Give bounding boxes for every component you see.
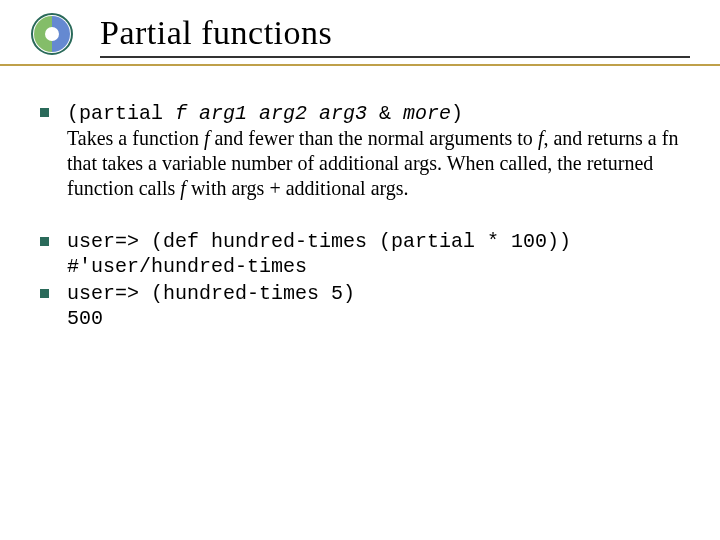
slide-body: (partial f arg1 arg2 arg3 & more) Takes …	[40, 100, 684, 359]
bullet-item-example-def: user=> (def hundred-times (partial * 100…	[40, 229, 684, 279]
bullet-item-signature: (partial f arg1 arg2 arg3 & more) Takes …	[40, 100, 684, 201]
code-line: 500	[67, 307, 103, 330]
title-underline	[100, 56, 690, 58]
desc-a: Takes a function	[67, 127, 204, 149]
sig-args: f arg1 arg2 arg3	[175, 102, 379, 125]
code-line: user=> (def hundred-times (partial * 100…	[67, 230, 571, 253]
desc-b: and fewer than the normal arguments to	[209, 127, 537, 149]
svg-point-1	[45, 27, 59, 41]
square-bullet-icon	[40, 289, 49, 298]
accent-rule	[0, 64, 720, 66]
sig-close: )	[451, 102, 463, 125]
accent-rule-wrap	[0, 64, 720, 66]
code-line: user=> (hundred-times 5)	[67, 282, 355, 305]
sig-more: more	[403, 102, 451, 125]
title-area: Partial functions	[100, 14, 690, 58]
bullet-text: user=> (def hundred-times (partial * 100…	[67, 229, 684, 279]
desc-d: with args + additional args.	[186, 177, 409, 199]
sig-amp: &	[379, 102, 403, 125]
sig-open: (partial	[67, 102, 175, 125]
square-bullet-icon	[40, 108, 49, 117]
slide: Partial functions (partial f arg1 arg2 a…	[0, 0, 720, 540]
clojure-logo-icon	[30, 12, 74, 56]
code-line: #'user/hundred-times	[67, 255, 307, 278]
bullet-text: user=> (hundred-times 5) 500	[67, 281, 684, 331]
square-bullet-icon	[40, 237, 49, 246]
bullet-text: (partial f arg1 arg2 arg3 & more) Takes …	[67, 100, 684, 201]
bullet-item-example-call: user=> (hundred-times 5) 500	[40, 281, 684, 331]
slide-title: Partial functions	[100, 14, 690, 52]
